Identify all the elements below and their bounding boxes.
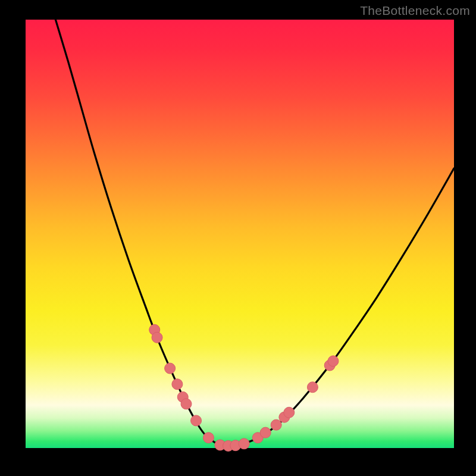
data-marker [260,427,271,438]
data-marker [191,415,202,426]
data-marker [284,407,295,418]
data-marker [307,382,318,393]
chart-stage: TheBottleneck.com [0,0,476,476]
data-marker [172,379,183,390]
data-markers [149,324,339,451]
bottleneck-curve [55,20,454,446]
data-marker [271,419,281,430]
data-marker [165,363,176,374]
curve-layer [26,20,454,448]
data-marker [152,332,162,343]
data-marker [328,356,339,367]
data-marker [239,439,249,449]
data-marker [203,433,214,443]
data-marker [181,399,192,409]
watermark-text: TheBottleneck.com [360,4,470,18]
plot-area [26,20,454,448]
